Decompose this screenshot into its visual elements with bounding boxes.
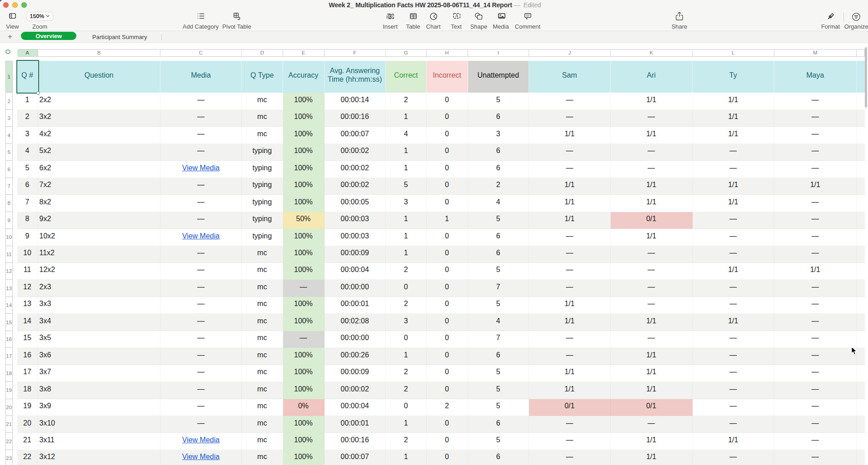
svg-text:A: A [455,13,458,18]
